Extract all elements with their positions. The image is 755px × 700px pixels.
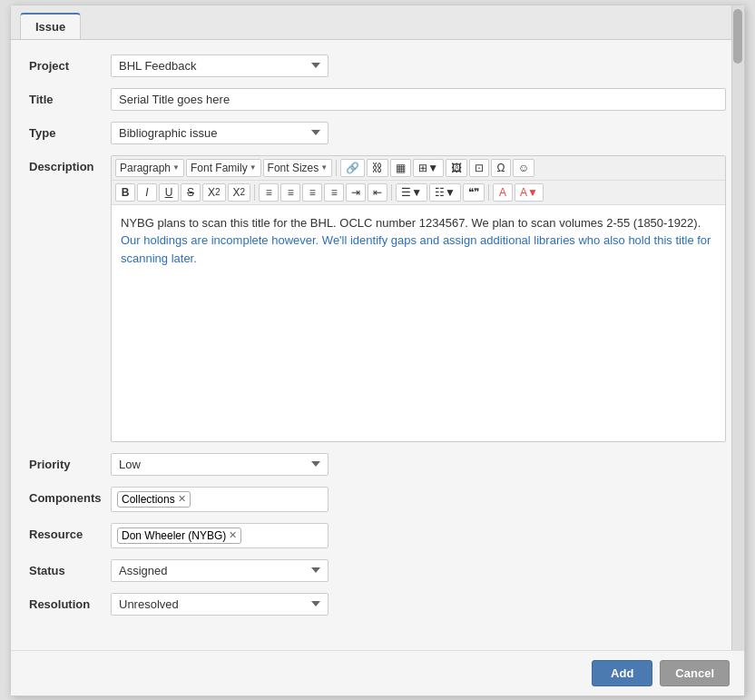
table-btn[interactable]: ▦ (390, 159, 411, 177)
title-input[interactable] (111, 88, 726, 111)
remove-collections-tag[interactable]: ✕ (178, 493, 186, 505)
status-row: Status Assigned Open Closed (29, 559, 726, 582)
resolution-select[interactable]: Unresolved Resolved (111, 593, 328, 616)
resource-tag-input[interactable]: Don Wheeler (NYBG) ✕ (111, 523, 328, 548)
description-row: Description Paragraph ▼ Font Family ▼ (29, 155, 726, 442)
remove-resource-tag[interactable]: ✕ (229, 529, 237, 541)
align-center-btn[interactable]: ≡ (280, 183, 300, 202)
cancel-button[interactable]: Cancel (660, 660, 730, 686)
collections-tag: Collections ✕ (117, 491, 191, 508)
priority-control: Low Medium High (111, 453, 726, 476)
ordered-list-btn[interactable]: ☷▼ (429, 183, 461, 202)
superscript-btn[interactable]: X2 (228, 183, 251, 202)
status-control: Assigned Open Closed (111, 559, 726, 582)
type-label: Type (29, 122, 111, 140)
underline-btn[interactable]: U (159, 183, 179, 202)
priority-select[interactable]: Low Medium High (111, 453, 328, 476)
type-row: Type Bibliographic issue (29, 122, 726, 144)
sep3 (391, 184, 392, 201)
italic-btn[interactable]: I (137, 183, 157, 202)
align-justify-btn[interactable]: ≡ (324, 183, 344, 202)
text-color-btn[interactable]: A (493, 183, 513, 202)
align-right-btn[interactable]: ≡ (302, 183, 322, 202)
font-sizes-dropdown[interactable]: Font Sizes ▼ (263, 159, 333, 177)
unlink-btn[interactable]: ⛓ (367, 159, 388, 177)
project-select[interactable]: BHL Feedback (111, 54, 328, 77)
title-label: Title (29, 88, 111, 106)
scrollbar-track[interactable] (731, 5, 744, 695)
sep1 (336, 160, 337, 176)
toolbar-row-1: Paragraph ▼ Font Family ▼ Font Sizes ▼ � (112, 156, 725, 181)
resource-tag: Don Wheeler (NYBG) ✕ (117, 527, 241, 544)
unordered-list-btn[interactable]: ☰▼ (396, 183, 427, 202)
embed-btn[interactable]: ⊡ (469, 159, 489, 177)
special-char-btn[interactable]: Ω (491, 159, 511, 177)
resource-control: Don Wheeler (NYBG) ✕ (111, 523, 726, 548)
tab-issue[interactable]: Issue (20, 13, 81, 39)
bold-btn[interactable]: B (115, 183, 135, 202)
project-row: Project BHL Feedback (29, 54, 726, 77)
project-control: BHL Feedback (111, 54, 726, 77)
strikethrough-btn[interactable]: S (181, 183, 201, 202)
align-left-btn[interactable]: ≡ (259, 183, 279, 202)
resolution-label: Resolution (29, 593, 111, 611)
tab-bar: Issue (11, 5, 744, 40)
paragraph-dropdown[interactable]: Paragraph ▼ (115, 159, 184, 177)
subscript-btn[interactable]: X2 (202, 183, 226, 202)
emoji-btn[interactable]: ☺ (513, 159, 534, 177)
title-control (111, 88, 726, 111)
components-label: Components (29, 487, 111, 505)
link-btn[interactable]: 🔗 (340, 159, 365, 177)
outdent-btn[interactable]: ⇤ (368, 183, 387, 202)
issue-dialog: Issue Project BHL Feedback Title Type (10, 5, 745, 696)
status-select[interactable]: Assigned Open Closed (111, 559, 328, 582)
sep4 (488, 184, 489, 201)
type-control: Bibliographic issue (111, 122, 726, 144)
image-btn[interactable]: 🖼 (446, 159, 467, 177)
resource-label: Resource (29, 523, 111, 541)
dialog-footer: Add Cancel (11, 650, 744, 695)
font-sizes-arrow: ▼ (320, 163, 328, 172)
table-options-btn[interactable]: ⊞▼ (413, 159, 444, 177)
priority-row: Priority Low Medium High (29, 453, 726, 476)
add-button[interactable]: Add (592, 660, 652, 686)
title-row: Title (29, 88, 726, 111)
blockquote-btn[interactable]: ❝❞ (463, 183, 485, 202)
indent-btn[interactable]: ⇥ (346, 183, 366, 202)
components-control: Collections ✕ (111, 487, 726, 512)
components-row: Components Collections ✕ (29, 487, 726, 512)
components-tag-input[interactable]: Collections ✕ (111, 487, 328, 512)
resource-row: Resource Don Wheeler (NYBG) ✕ (29, 523, 726, 548)
project-label: Project (29, 54, 111, 73)
form-area: Project BHL Feedback Title Type Bibliogr… (11, 40, 744, 695)
editor-content[interactable]: NYBG plans to scan this title for the BH… (112, 205, 725, 441)
resolution-row: Resolution Unresolved Resolved (29, 593, 726, 616)
font-family-arrow: ▼ (250, 163, 257, 172)
status-label: Status (29, 559, 111, 577)
font-family-dropdown[interactable]: Font Family ▼ (186, 159, 261, 177)
priority-label: Priority (29, 453, 111, 471)
scrollbar-thumb[interactable] (733, 9, 742, 64)
paragraph-arrow: ▼ (172, 163, 180, 172)
description-editor-wrapper: Paragraph ▼ Font Family ▼ Font Sizes ▼ � (111, 155, 726, 442)
description-label: Description (29, 155, 111, 173)
resolution-control: Unresolved Resolved (111, 593, 726, 616)
rich-text-editor: Paragraph ▼ Font Family ▼ Font Sizes ▼ � (111, 155, 726, 442)
highlight-color-btn[interactable]: A▼ (515, 183, 544, 202)
toolbar-row-2: B I U S X2 X2 ≡ ≡ ≡ ≡ ⇥ ⇤ ☰▼ (112, 181, 725, 205)
sep2 (254, 184, 255, 201)
type-select[interactable]: Bibliographic issue (111, 122, 328, 144)
